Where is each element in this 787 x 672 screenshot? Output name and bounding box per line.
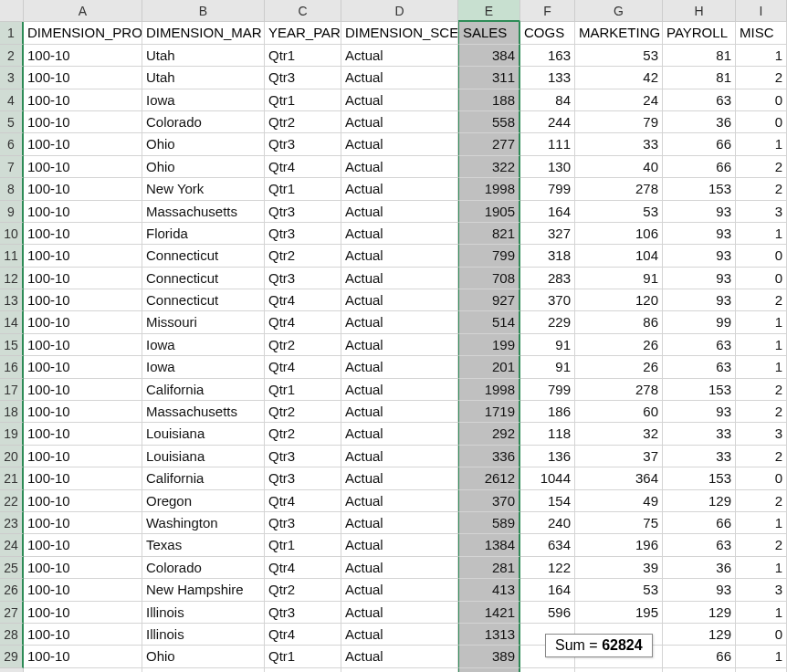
cell-C12[interactable]: Qtr3: [265, 268, 341, 289]
column-header-B[interactable]: B: [142, 0, 265, 22]
cell-H14[interactable]: 99: [663, 311, 736, 333]
cell-E6[interactable]: 277: [458, 133, 520, 155]
cell-D21[interactable]: Actual: [341, 467, 458, 489]
cell-H28[interactable]: 129: [663, 624, 736, 646]
cell-G21[interactable]: 364: [575, 467, 663, 489]
cell-C7[interactable]: Qtr4: [265, 156, 341, 178]
cell-I8[interactable]: 2: [736, 178, 787, 200]
cell-I27[interactable]: 1: [736, 602, 787, 624]
cell-H25[interactable]: 36: [663, 557, 736, 579]
cell-A11[interactable]: 100-10: [24, 245, 142, 267]
cell-C11[interactable]: Qtr2: [265, 245, 341, 267]
cell-D16[interactable]: Actual: [341, 356, 458, 378]
cell-C4[interactable]: Qtr1: [265, 89, 341, 111]
cell-B20[interactable]: Louisiana: [142, 446, 265, 467]
row-header-5[interactable]: 5: [0, 111, 24, 133]
cell-A17[interactable]: 100-10: [24, 379, 142, 401]
cell-F4[interactable]: 84: [520, 89, 575, 111]
cell-A28[interactable]: 100-10: [24, 624, 142, 646]
cell-B10[interactable]: Florida: [142, 223, 265, 245]
cell-A8[interactable]: 100-10: [24, 178, 142, 200]
row-header-22[interactable]: 22: [0, 490, 24, 512]
header-cell-D[interactable]: DIMENSION_SCE: [341, 22, 458, 44]
cell-I24[interactable]: 2: [736, 534, 787, 556]
cell-C21[interactable]: Qtr3: [265, 467, 341, 489]
column-header-D[interactable]: D: [341, 0, 458, 22]
header-cell-F[interactable]: COGS: [520, 22, 575, 44]
cell-E24[interactable]: 1384: [458, 534, 520, 556]
cell-A20[interactable]: 100-10: [24, 446, 142, 467]
row-header-28[interactable]: 28: [0, 624, 24, 646]
cell-B18[interactable]: Massachusetts: [142, 401, 265, 423]
cell-I23[interactable]: 1: [736, 512, 787, 534]
cell-F17[interactable]: 799: [520, 379, 575, 401]
cell-H17[interactable]: 153: [663, 379, 736, 401]
cell-E7[interactable]: 322: [458, 156, 520, 178]
cell-A7[interactable]: 100-10: [24, 156, 142, 178]
cell-F24[interactable]: 634: [520, 534, 575, 556]
cell-H27[interactable]: 129: [663, 602, 736, 624]
cell-B11[interactable]: Connecticut: [142, 245, 265, 267]
cell-H23[interactable]: 66: [663, 512, 736, 534]
cell-F30[interactable]: [520, 668, 575, 672]
cell-F10[interactable]: 327: [520, 223, 575, 245]
cell-D5[interactable]: Actual: [341, 111, 458, 133]
row-header-20[interactable]: 20: [0, 446, 24, 467]
cell-D7[interactable]: Actual: [341, 156, 458, 178]
cell-F25[interactable]: 122: [520, 557, 575, 579]
cell-A30[interactable]: [24, 668, 142, 672]
cell-E23[interactable]: 589: [458, 512, 520, 534]
header-cell-B[interactable]: DIMENSION_MAR: [142, 22, 265, 44]
cell-E25[interactable]: 281: [458, 557, 520, 579]
cell-E30[interactable]: [458, 668, 520, 672]
cell-B19[interactable]: Louisiana: [142, 423, 265, 445]
cell-F16[interactable]: 91: [520, 356, 575, 378]
cell-F7[interactable]: 130: [520, 156, 575, 178]
cell-I4[interactable]: 0: [736, 89, 787, 111]
row-header-24[interactable]: 24: [0, 534, 24, 556]
cell-B13[interactable]: Connecticut: [142, 289, 265, 311]
cell-I21[interactable]: 0: [736, 467, 787, 489]
cell-E8[interactable]: 1998: [458, 178, 520, 200]
cell-D2[interactable]: Actual: [341, 45, 458, 67]
cell-H10[interactable]: 93: [663, 223, 736, 245]
cell-G20[interactable]: 37: [575, 446, 663, 467]
cell-I25[interactable]: 1: [736, 557, 787, 579]
cell-A12[interactable]: 100-10: [24, 268, 142, 289]
cell-E20[interactable]: 336: [458, 446, 520, 467]
cell-C2[interactable]: Qtr1: [265, 45, 341, 67]
row-header-17[interactable]: 17: [0, 379, 24, 401]
cell-I15[interactable]: 1: [736, 334, 787, 356]
cell-D27[interactable]: Actual: [341, 602, 458, 624]
cell-G4[interactable]: 24: [575, 89, 663, 111]
row-header-23[interactable]: 23: [0, 512, 24, 534]
row-header-4[interactable]: 4: [0, 89, 24, 111]
cell-F11[interactable]: 318: [520, 245, 575, 267]
cell-I16[interactable]: 1: [736, 356, 787, 378]
cell-D26[interactable]: Actual: [341, 579, 458, 601]
cell-E11[interactable]: 799: [458, 245, 520, 267]
cell-A21[interactable]: 100-10: [24, 467, 142, 489]
cell-B7[interactable]: Ohio: [142, 156, 265, 178]
cell-D28[interactable]: Actual: [341, 624, 458, 646]
cell-G9[interactable]: 53: [575, 201, 663, 223]
cell-B25[interactable]: Colorado: [142, 557, 265, 579]
cell-C3[interactable]: Qtr3: [265, 67, 341, 89]
column-header-I[interactable]: I: [736, 0, 787, 22]
cell-F19[interactable]: 118: [520, 423, 575, 445]
cell-D20[interactable]: Actual: [341, 446, 458, 467]
cell-F9[interactable]: 164: [520, 201, 575, 223]
row-header-14[interactable]: 14: [0, 311, 24, 333]
row-header-27[interactable]: 27: [0, 602, 24, 624]
cell-I30[interactable]: [736, 668, 787, 672]
cell-E13[interactable]: 927: [458, 289, 520, 311]
cell-D22[interactable]: Actual: [341, 490, 458, 512]
cell-I3[interactable]: 2: [736, 67, 787, 89]
cell-G8[interactable]: 278: [575, 178, 663, 200]
cell-I17[interactable]: 2: [736, 379, 787, 401]
cell-F18[interactable]: 186: [520, 401, 575, 423]
cell-C28[interactable]: Qtr4: [265, 624, 341, 646]
row-header-3[interactable]: 3: [0, 67, 24, 89]
cell-I20[interactable]: 2: [736, 446, 787, 467]
cell-E2[interactable]: 384: [458, 45, 520, 67]
